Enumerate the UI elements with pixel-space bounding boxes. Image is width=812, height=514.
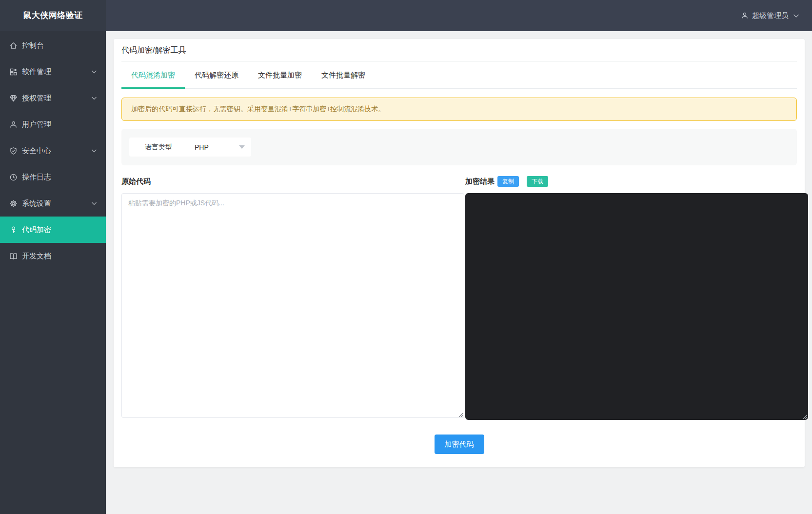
source-code-label: 原始代码: [121, 177, 151, 186]
sidebar-item-docs[interactable]: 开发文档: [0, 243, 106, 269]
encrypted-result-output[interactable]: [465, 193, 808, 420]
tab-batch-decrypt[interactable]: 文件批量解密: [312, 62, 375, 88]
encrypt-code-button[interactable]: 加密代码: [435, 435, 484, 454]
chevron-down-icon: [91, 149, 97, 153]
select-caret-icon: [239, 145, 245, 149]
source-code-input[interactable]: [121, 193, 464, 418]
code-editors: 原始代码 加密结果 复制 下载: [121, 175, 797, 420]
result-column: 加密结果 复制 下载: [465, 175, 808, 420]
sidebar-item-settings[interactable]: 系统设置: [0, 190, 106, 217]
sidebar-item-security[interactable]: 安全中心: [0, 138, 106, 164]
sidebar-menu: 控制台 软件管理 授权管理 用户管理: [0, 31, 106, 269]
sidebar-item-label: 软件管理: [22, 67, 51, 77]
result-header: 加密结果 复制 下载: [465, 175, 808, 188]
sidebar-item-label: 操作日志: [22, 173, 51, 182]
info-alert: 加密后的代码可直接运行，无需密钥。采用变量混淆+字符串加密+控制流混淆技术。: [121, 98, 797, 121]
home-icon: [9, 41, 18, 50]
top-header: 超级管理员: [106, 0, 812, 31]
source-header: 原始代码: [121, 175, 464, 188]
source-pane: [121, 193, 464, 418]
chevron-down-icon: [91, 201, 97, 206]
shield-icon: [9, 147, 18, 155]
clock-icon: [9, 173, 18, 181]
book-icon: [9, 252, 18, 260]
action-row: 加密代码: [121, 435, 797, 454]
language-panel: 语言类型 PHP: [121, 129, 797, 165]
sidebar-item-code-encrypt[interactable]: 代码加密: [0, 217, 106, 243]
encrypt-result-label: 加密结果: [465, 177, 495, 186]
sidebar-item-label: 控制台: [22, 41, 44, 50]
sidebar-item-label: 开发文档: [22, 252, 51, 261]
key-icon: [9, 226, 18, 234]
sidebar-item-users[interactable]: 用户管理: [0, 111, 106, 138]
sidebar-item-software[interactable]: 软件管理: [0, 59, 106, 85]
user-icon: [9, 120, 18, 129]
chevron-down-icon: [91, 70, 97, 74]
copy-button[interactable]: 复制: [497, 176, 519, 187]
tab-decrypt-restore[interactable]: 代码解密还原: [185, 62, 248, 88]
sidebar-item-label: 授权管理: [22, 94, 51, 103]
sidebar-item-license[interactable]: 授权管理: [0, 85, 106, 111]
sidebar-item-logs[interactable]: 操作日志: [0, 164, 106, 190]
language-select[interactable]: PHP: [188, 138, 251, 157]
language-group: 语言类型 PHP: [129, 138, 251, 157]
sidebar-item-label: 安全中心: [22, 146, 51, 156]
apps-icon: [9, 68, 18, 76]
tool-card: 代码加密/解密工具 代码混淆加密 代码解密还原 文件批量加密 文件批量解密 加密…: [114, 39, 805, 467]
sidebar: 鼠大侠网络验证 控制台 软件管理 授权管理: [0, 0, 106, 514]
user-name: 超级管理员: [752, 11, 789, 20]
tab-batch-encrypt[interactable]: 文件批量加密: [248, 62, 312, 88]
sidebar-item-dashboard[interactable]: 控制台: [0, 32, 106, 59]
tab-obfuscate-encrypt[interactable]: 代码混淆加密: [121, 62, 185, 89]
source-column: 原始代码: [121, 175, 464, 420]
language-type-label: 语言类型: [129, 138, 188, 157]
gear-icon: [9, 199, 18, 208]
sidebar-item-label: 代码加密: [22, 225, 51, 235]
tab-bar: 代码混淆加密 代码解密还原 文件批量加密 文件批量解密: [121, 62, 797, 89]
user-dropdown[interactable]: 超级管理员: [741, 11, 799, 20]
page-title: 代码加密/解密工具: [121, 39, 797, 62]
resize-grip-icon[interactable]: [802, 414, 807, 419]
language-selected-value: PHP: [195, 143, 209, 151]
app-logo: 鼠大侠网络验证: [0, 0, 106, 31]
sidebar-item-label: 用户管理: [22, 120, 51, 129]
sidebar-item-label: 系统设置: [22, 199, 51, 208]
gem-icon: [9, 94, 18, 102]
download-button[interactable]: 下载: [527, 176, 548, 187]
chevron-down-icon: [793, 14, 799, 18]
person-icon: [741, 12, 749, 20]
chevron-down-icon: [91, 96, 97, 100]
main-area: 代码加密/解密工具 代码混淆加密 代码解密还原 文件批量加密 文件批量解密 加密…: [106, 31, 812, 514]
